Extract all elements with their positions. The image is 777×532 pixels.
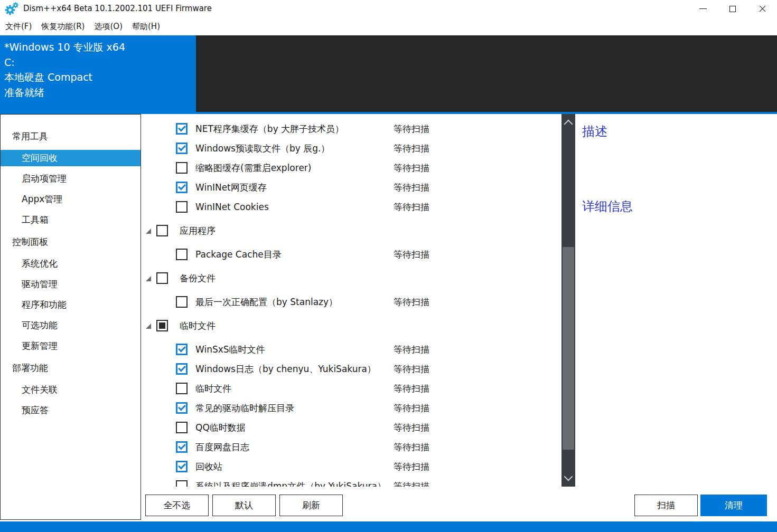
sidebar-item-10[interactable]: 更新管理 bbox=[1, 336, 141, 356]
cleanup-item-row[interactable]: Windows日志（by chenyu、YukiSakura）等待扫描 bbox=[141, 359, 561, 379]
cleanup-item-row[interactable]: NET程序集缓存（by 大胖子技术员）等待扫描 bbox=[141, 119, 561, 139]
checkbox-checked[interactable] bbox=[176, 123, 188, 135]
sidebar-item-8[interactable]: 程序和功能 bbox=[1, 294, 141, 315]
menu-item-2[interactable]: 选项(O) bbox=[89, 17, 127, 35]
cleanup-group-row[interactable]: 临时文件 bbox=[141, 316, 561, 336]
cleanup-item-label: 临时文件 bbox=[180, 316, 216, 336]
sidebar-category-0: 常用工具 bbox=[1, 125, 141, 148]
close-button[interactable] bbox=[747, 0, 777, 17]
tree-expander-icon[interactable] bbox=[146, 276, 151, 281]
cleanup-item-label: NET程序集缓存（by 大胖子技术员） bbox=[195, 119, 344, 139]
scan-status: 等待扫描 bbox=[394, 292, 429, 312]
checkbox-mark bbox=[178, 364, 186, 372]
cleanup-item-row[interactable]: 临时文件等待扫描 bbox=[141, 379, 561, 398]
cleanup-item-row[interactable]: WinINet网页缓存等待扫描 bbox=[141, 178, 561, 197]
cleanup-item-label: Windows预读取文件（by 辰g.） bbox=[195, 139, 330, 158]
sidebar-item-label: 工具箱 bbox=[1, 212, 141, 228]
sidebar-item-label: 可选功能 bbox=[1, 317, 141, 334]
cleanup-item-row[interactable]: 系统以及程序崩溃dmp文件（by YukiSakura）等待扫描 bbox=[141, 477, 561, 487]
checkbox-unchecked[interactable] bbox=[176, 162, 188, 174]
details-heading: 详细信息 bbox=[582, 198, 633, 215]
checkbox-mark bbox=[178, 462, 186, 470]
image-banner[interactable]: *Windows 10 专业版 x64C:本地硬盘 Compact准备就绪 bbox=[0, 35, 777, 114]
tree-expander-icon[interactable] bbox=[146, 229, 151, 234]
cleanup-item-row[interactable]: Package Cache目录等待扫描 bbox=[141, 245, 561, 264]
checkbox-unchecked[interactable] bbox=[176, 422, 188, 433]
checkbox-unchecked[interactable] bbox=[176, 383, 188, 394]
cleanup-item-label: Windows日志（by chenyu、YukiSakura） bbox=[195, 359, 376, 379]
sidebar-item-4[interactable]: 工具箱 bbox=[1, 210, 141, 230]
cleanup-item-label: 缩略图缓存(需重启explorer) bbox=[195, 158, 311, 178]
sidebar-item-3[interactable]: Appx管理 bbox=[1, 189, 141, 210]
cleanup-item-row[interactable]: 常见的驱动临时解压目录等待扫描 bbox=[141, 398, 561, 418]
sidebar-item-9[interactable]: 可选功能 bbox=[1, 315, 141, 336]
menu-item-3[interactable]: 帮助(H) bbox=[127, 17, 165, 35]
menu-item-1[interactable]: 恢复功能(R) bbox=[36, 17, 89, 35]
cleanup-group-row[interactable]: 备份文件 bbox=[141, 269, 561, 288]
cleanup-item-row[interactable]: 回收站等待扫描 bbox=[141, 457, 561, 477]
checkbox-unchecked[interactable] bbox=[176, 201, 188, 213]
checkbox-checked[interactable] bbox=[176, 182, 188, 193]
checkbox-unchecked[interactable] bbox=[156, 272, 168, 284]
scrollbar-thumb[interactable] bbox=[563, 247, 574, 450]
sidebar-item-label: 系统优化 bbox=[1, 255, 141, 272]
close-icon bbox=[759, 5, 766, 13]
checkbox-unchecked[interactable] bbox=[176, 296, 188, 308]
scan-status: 等待扫描 bbox=[394, 340, 429, 359]
menu-item-0[interactable]: 文件(F) bbox=[1, 17, 36, 35]
checkbox-checked[interactable] bbox=[176, 441, 188, 453]
tree-expander-icon[interactable] bbox=[146, 324, 151, 329]
cleanup-item-row[interactable]: 百度网盘日志等待扫描 bbox=[141, 438, 561, 457]
clean-button[interactable]: 清理 bbox=[700, 495, 767, 516]
cleanup-item-row[interactable]: 缩略图缓存(需重启explorer)等待扫描 bbox=[141, 158, 561, 178]
cleanup-item-label: 应用程序 bbox=[180, 221, 216, 241]
sidebar-item-12[interactable]: 文件关联 bbox=[1, 379, 141, 400]
sidebar-item-label: 空间回收 bbox=[1, 150, 141, 166]
refresh-button[interactable]: 刷新 bbox=[279, 495, 343, 516]
checkbox-unchecked[interactable] bbox=[156, 225, 168, 236]
sidebar-item-1[interactable]: 空间回收 bbox=[1, 148, 141, 168]
scan-status: 等待扫描 bbox=[394, 245, 429, 264]
cleanup-item-row[interactable]: WinSxS临时文件等待扫描 bbox=[141, 340, 561, 359]
sidebar-item-6[interactable]: 系统优化 bbox=[1, 253, 141, 274]
cleanup-item-label: 系统以及程序崩溃dmp文件（by YukiSakura） bbox=[195, 477, 386, 487]
cleanup-item-row[interactable]: 最后一次正确配置（by Stanlazy）等待扫描 bbox=[141, 292, 561, 312]
checkbox-checked[interactable] bbox=[176, 402, 188, 414]
detail-panel: 描述 详细信息 bbox=[577, 114, 777, 521]
scan-button[interactable]: 扫描 bbox=[634, 495, 698, 516]
cleanup-item-label: 最后一次正确配置（by Stanlazy） bbox=[195, 292, 338, 312]
scrollbar-up-icon[interactable] bbox=[564, 120, 573, 129]
sidebar-item-13[interactable]: 预应答 bbox=[1, 400, 141, 421]
sidebar-item-2[interactable]: 启动项管理 bbox=[1, 168, 141, 189]
cleanup-item-label: 百度网盘日志 bbox=[195, 438, 249, 457]
scrollbar-down-icon[interactable] bbox=[564, 472, 573, 481]
default-button[interactable]: 默认 bbox=[212, 495, 276, 516]
cleanup-group-row[interactable]: 应用程序 bbox=[141, 221, 561, 241]
checkbox-indeterminate[interactable] bbox=[156, 320, 168, 331]
scan-status: 等待扫描 bbox=[394, 477, 429, 487]
sidebar-item-7[interactable]: 驱动管理 bbox=[1, 274, 141, 294]
checkbox-unchecked[interactable] bbox=[176, 249, 188, 260]
checkbox-checked[interactable] bbox=[176, 344, 188, 355]
minimize-icon bbox=[699, 8, 707, 9]
app-gear-icon bbox=[5, 2, 18, 16]
cleanup-item-label: 常见的驱动临时解压目录 bbox=[195, 398, 294, 418]
cleanup-item-row[interactable]: Windows预读取文件（by 辰g.）等待扫描 bbox=[141, 139, 561, 158]
cleanup-item-row[interactable]: WinINet Cookies等待扫描 bbox=[141, 197, 561, 217]
minimize-button[interactable] bbox=[688, 0, 718, 17]
deselect-all-button[interactable]: 全不选 bbox=[145, 495, 209, 516]
scan-status: 等待扫描 bbox=[394, 438, 429, 457]
checkbox-checked[interactable] bbox=[176, 142, 188, 154]
scan-status: 等待扫描 bbox=[394, 398, 429, 418]
cleanup-item-label: Package Cache目录 bbox=[195, 245, 282, 264]
vertical-scrollbar[interactable] bbox=[561, 114, 575, 487]
checkbox-checked[interactable] bbox=[176, 461, 188, 472]
maximize-button[interactable] bbox=[718, 0, 747, 17]
cleanup-item-label: 回收站 bbox=[195, 457, 222, 477]
cleanup-item-row[interactable]: QQ临时数据等待扫描 bbox=[141, 418, 561, 438]
scan-status: 等待扫描 bbox=[394, 158, 429, 178]
checkbox-checked[interactable] bbox=[176, 363, 188, 375]
scan-status: 等待扫描 bbox=[394, 359, 429, 379]
cleanup-item-label: WinINet网页缓存 bbox=[195, 178, 267, 197]
checkbox-unchecked[interactable] bbox=[176, 480, 188, 487]
